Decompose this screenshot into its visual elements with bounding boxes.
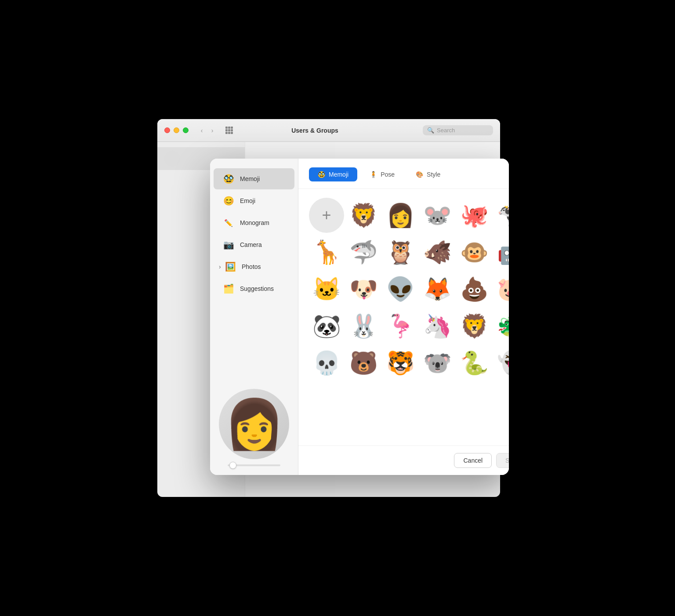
emoji-cell-snake[interactable]: 🐍	[457, 345, 492, 380]
nav-item-suggestions[interactable]: 🗂️ Suggestions	[214, 278, 294, 299]
tab-memoji-label: Memoji	[329, 171, 348, 178]
tab-pose[interactable]: 🧍 Pose	[361, 167, 403, 181]
tab-memoji-icon: 🥸	[318, 171, 325, 178]
nav-label-photos: Photos	[242, 263, 261, 270]
emoji-row-2: 🦒 🦈 🦉 🐗 🐵 🤖	[309, 235, 509, 270]
tab-style-icon: 🎨	[416, 171, 423, 178]
nav-label-suggestions: Suggestions	[240, 285, 274, 292]
search-placeholder: Search	[437, 127, 455, 134]
monogram-icon: ✏️	[222, 217, 235, 229]
emoji-cell-robot[interactable]: 🤖	[494, 235, 509, 270]
window-title: Users & Groups	[212, 127, 417, 134]
emoji-cell-mouse[interactable]: 🐭	[420, 198, 455, 233]
modal-bottom: 👩	[210, 380, 298, 475]
emoji-cell-ghost[interactable]: 👻	[494, 345, 509, 380]
photos-icon: 🖼️	[224, 261, 236, 273]
screen-wrapper: ‹ › Users & Groups 🔍 Search	[157, 119, 518, 497]
emoji-cell-unicorn[interactable]: 🦄	[420, 308, 455, 344]
emoji-cell-monkey[interactable]: 🐵	[457, 235, 492, 270]
emoji-cell-owl[interactable]: 🦉	[383, 235, 418, 270]
avatar-emoji: 👩	[224, 396, 284, 453]
search-icon: 🔍	[427, 127, 434, 134]
emoji-cell-dog[interactable]: 🐶	[346, 272, 381, 307]
nav-label-camera: Camera	[240, 241, 262, 248]
emoji-cell-pig[interactable]: 🐷	[494, 272, 509, 307]
tab-style[interactable]: 🎨 Style	[407, 167, 449, 181]
save-button[interactable]: Save	[496, 453, 509, 468]
emoji-cell-lion[interactable]: 🦁	[346, 198, 381, 233]
bg-avatar	[164, 151, 180, 167]
emoji-cell-boar[interactable]: 🐗	[420, 235, 455, 270]
nav-item-photos[interactable]: 🖼️ Photos	[214, 256, 294, 277]
modal-right-panel: 🥸 Memoji 🧍 Pose 🎨 Style + 🦁 👩	[298, 159, 509, 475]
tab-pose-icon: 🧍	[370, 171, 377, 178]
add-memoji-button[interactable]: +	[309, 198, 344, 233]
close-button[interactable]	[164, 127, 170, 133]
emoji-cell-skull[interactable]: 💀	[309, 345, 344, 380]
minimize-button[interactable]	[174, 127, 179, 133]
emoji-cell-lion2[interactable]: 🦁	[457, 308, 492, 344]
traffic-lights	[164, 127, 189, 133]
emoji-row-1: + 🦁 👩 🐭 🐙 🐄	[309, 198, 509, 233]
slider-thumb[interactable]	[229, 462, 236, 469]
emoji-cell-poop[interactable]: 💩	[457, 272, 492, 307]
modal-tabs: 🥸 Memoji 🧍 Pose 🎨 Style	[298, 159, 509, 189]
camera-icon: 📷	[222, 239, 235, 251]
emoji-cell-cat[interactable]: 🐱	[309, 272, 344, 307]
tab-pose-label: Pose	[381, 171, 395, 178]
suggestions-icon: 🗂️	[222, 283, 235, 295]
modal-footer: Cancel Save	[298, 446, 509, 475]
emoji-grid: + 🦁 👩 🐭 🐙 🐄 🦒 🦈 🦉 🐗 🐵 🤖	[298, 189, 509, 446]
emoji-cell-rabbit[interactable]: 🐰	[346, 308, 381, 344]
nav-item-memoji[interactable]: 🥸 Memoji	[214, 168, 294, 189]
avatar-size-slider[interactable]	[228, 464, 280, 466]
modal-left-panel: 🥸 Memoji 😊 Emoji ✏️ Monogram 📷 Camera 🖼️	[210, 159, 298, 475]
tab-style-label: Style	[427, 171, 440, 178]
avatar-preview: 👩	[219, 389, 289, 459]
emoji-cell-bear[interactable]: 🐻	[346, 345, 381, 380]
memoji-icon: 🥸	[222, 173, 235, 185]
emoji-row-3: 🐱 🐶 👽 🦊 💩 🐷	[309, 272, 509, 307]
emoji-cell-shark[interactable]: 🦈	[346, 235, 381, 270]
bg-titlebar: ‹ › Users & Groups 🔍 Search	[157, 119, 500, 142]
emoji-cell-flamingo[interactable]: 🦩	[383, 308, 418, 344]
search-bar[interactable]: 🔍 Search	[423, 125, 493, 135]
nav-label-monogram: Monogram	[240, 219, 269, 226]
emoji-cell-dragon[interactable]: 🐲	[494, 308, 509, 344]
emoji-cell-cow[interactable]: 🐄	[494, 198, 509, 233]
maximize-button[interactable]	[183, 127, 189, 133]
nav-item-emoji[interactable]: 😊 Emoji	[214, 190, 294, 211]
emoji-row-5: 💀 🐻 🐯 🐨 🐍 👻	[309, 345, 509, 380]
emoji-cell-giraffe[interactable]: 🦒	[309, 235, 344, 270]
emoji-cell-fox[interactable]: 🦊	[420, 272, 455, 307]
emoji-cell-panda[interactable]: 🐼	[309, 308, 344, 344]
emoji-cell-octopus[interactable]: 🐙	[457, 198, 492, 233]
tab-memoji[interactable]: 🥸 Memoji	[309, 167, 357, 181]
nav-item-camera[interactable]: 📷 Camera	[214, 234, 294, 255]
back-arrow[interactable]: ‹	[197, 126, 206, 135]
emoji-cell-woman[interactable]: 👩	[383, 198, 418, 233]
emoji-row-4: 🐼 🐰 🦩 🦄 🦁 🐲	[309, 308, 509, 344]
modal-nav: 🥸 Memoji 😊 Emoji ✏️ Monogram 📷 Camera 🖼️	[210, 159, 298, 380]
emoji-cell-alien[interactable]: 👽	[383, 272, 418, 307]
nav-label-memoji: Memoji	[240, 175, 260, 182]
emoji-icon: 😊	[222, 195, 235, 207]
nav-item-monogram[interactable]: ✏️ Monogram	[214, 212, 294, 233]
cancel-button[interactable]: Cancel	[454, 453, 492, 468]
emoji-cell-koala[interactable]: 🐨	[420, 345, 455, 380]
nav-label-emoji: Emoji	[240, 197, 255, 204]
avatar-modal: 🥸 Memoji 😊 Emoji ✏️ Monogram 📷 Camera 🖼️	[210, 159, 509, 475]
emoji-cell-tiger[interactable]: 🐯	[383, 345, 418, 380]
